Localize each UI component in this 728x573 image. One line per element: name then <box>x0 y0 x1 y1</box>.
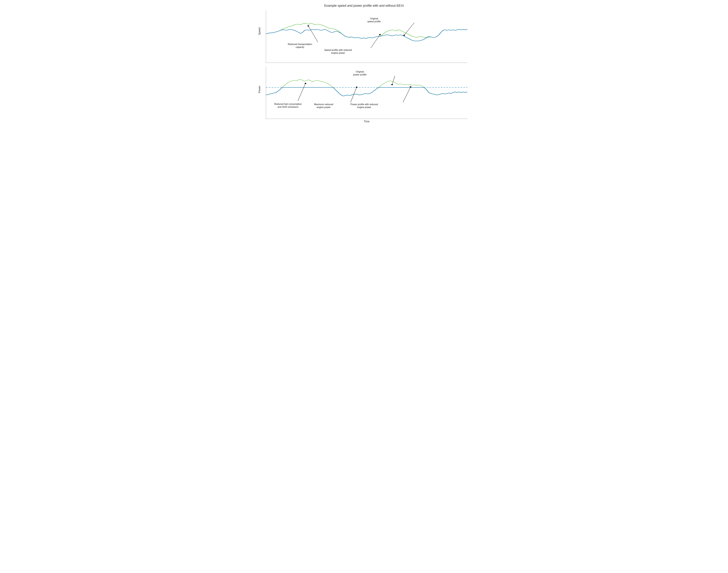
time-xlabel: Time <box>266 120 467 123</box>
power-reduced-line <box>266 87 467 96</box>
power-ylabel: Power <box>258 86 261 93</box>
power-panel: Power Reduced fue <box>261 66 467 123</box>
speed-panel: Speed Reduced transportationcapacity <box>261 10 467 63</box>
speed-reduced-line <box>266 29 467 41</box>
chart-title: Example speed and power profile with and… <box>261 4 467 8</box>
speed-ylabel: Speed <box>258 28 261 35</box>
power-original-line <box>266 80 467 96</box>
